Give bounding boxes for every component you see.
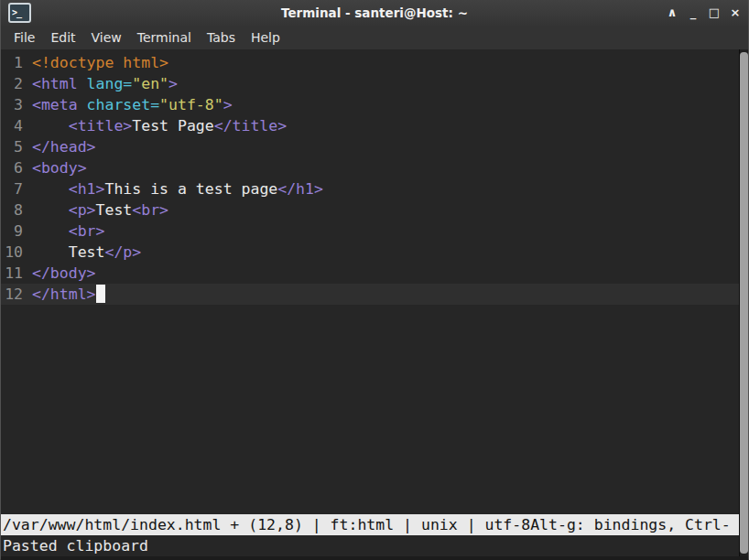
titlebar[interactable]: >_ Terminal - santeri@Host: ~ ∧_□× — [1, 0, 748, 26]
token-tag: <meta — [32, 96, 78, 113]
code-text: <html lang="en"> — [32, 73, 178, 94]
editor-statusbar: /var/www/html/index.html + (12,8) | ft:h… — [1, 514, 739, 535]
line-number: 11 — [1, 263, 23, 284]
code-line[interactable]: 11</body> — [1, 263, 739, 284]
code-text: <p>Test<br> — [32, 199, 168, 221]
code-line[interactable]: 10 Test</p> — [1, 242, 739, 263]
code-line[interactable]: 6<body> — [1, 157, 739, 178]
line-number: 1 — [1, 52, 23, 73]
token-str: "utf-8" — [159, 96, 223, 113]
menu-tabs[interactable]: Tabs — [205, 26, 237, 49]
line-number: 2 — [1, 73, 23, 94]
minimize-button[interactable]: _ — [686, 0, 700, 26]
close-button[interactable]: × — [728, 0, 743, 26]
code-text: <body> — [32, 157, 87, 178]
gutter-spacer — [23, 242, 32, 263]
token-tag: <br> — [132, 201, 168, 219]
code-line[interactable]: 1<!doctype html> — [1, 52, 739, 73]
gutter-spacer — [23, 263, 32, 284]
line-number: 8 — [1, 199, 23, 221]
code-line[interactable]: 8 <p>Test<br> — [1, 199, 739, 221]
gutter-spacer — [23, 94, 32, 115]
gutter-spacer — [23, 284, 32, 305]
code-text: </body> — [32, 263, 96, 284]
token-tag: > — [168, 75, 178, 92]
code-text: Test</p> — [32, 242, 141, 263]
menu-terminal[interactable]: Terminal — [136, 26, 193, 49]
gutter-spacer — [23, 199, 32, 221]
menu-edit[interactable]: Edit — [49, 26, 77, 49]
token-tag: <p> — [69, 201, 96, 219]
token-txt: Test — [32, 243, 104, 261]
token-tag: </html> — [32, 285, 96, 303]
code-line[interactable]: 4 <title>Test Page</title> — [1, 115, 739, 136]
window-bottom-border — [1, 556, 748, 560]
token-txt — [32, 180, 69, 198]
menu-file[interactable]: File — [12, 26, 37, 49]
gutter-spacer — [23, 221, 32, 242]
token-tag: <br> — [69, 222, 105, 240]
text-cursor — [96, 285, 105, 303]
token-txt — [32, 201, 69, 219]
code-line[interactable]: 5</head> — [1, 136, 739, 157]
terminal-window: >_ Terminal - santeri@Host: ~ ∧_□× FileE… — [0, 0, 749, 560]
menu-view[interactable]: View — [90, 26, 124, 49]
line-number: 4 — [1, 115, 23, 136]
code-text: <h1>This is a test page</h1> — [32, 178, 323, 199]
code-text: <!doctype html> — [32, 52, 168, 73]
code-text: <br> — [32, 221, 105, 242]
code-lines: 1<!doctype html>2<html lang="en">3<meta … — [1, 52, 739, 305]
code-line[interactable]: 9 <br> — [1, 221, 739, 242]
code-line[interactable]: 7 <h1>This is a test page</h1> — [1, 178, 739, 199]
token-txt — [32, 117, 69, 135]
menu-help[interactable]: Help — [249, 26, 282, 49]
gutter-spacer — [23, 115, 32, 136]
token-tag: <h1> — [69, 180, 105, 198]
token-str: "en" — [132, 75, 168, 92]
gutter-spacer — [23, 136, 32, 157]
code-line[interactable]: 2<html lang="en"> — [1, 73, 739, 94]
line-number: 9 — [1, 221, 23, 242]
code-line[interactable]: 3<meta charset="utf-8"> — [1, 94, 739, 115]
token-tag: </title> — [214, 117, 287, 135]
token-txt — [32, 222, 69, 240]
code-text: </html> — [32, 284, 105, 305]
gutter-spacer — [23, 178, 32, 199]
code-line[interactable]: 12</html> — [1, 284, 739, 305]
window-controls: ∧_□× — [665, 0, 743, 26]
token-tag: </body> — [32, 264, 96, 282]
code-text: </head> — [32, 136, 96, 157]
token-tag: <body> — [32, 159, 87, 177]
window-title: Terminal - santeri@Host: ~ — [1, 0, 748, 26]
code-text: <title>Test Page</title> — [32, 115, 287, 136]
token-attr: lang= — [78, 75, 133, 92]
line-number: 5 — [1, 136, 23, 157]
editor-message-line: Pasted clipboard — [1, 535, 739, 556]
gutter-spacer — [23, 157, 32, 178]
code-text: <meta charset="utf-8"> — [32, 94, 233, 115]
token-dt: <!doctype html> — [32, 54, 168, 71]
gutter-spacer — [23, 52, 32, 73]
token-tag: <html — [32, 75, 78, 92]
token-tag: </p> — [104, 243, 141, 261]
gutter-spacer — [23, 73, 32, 94]
token-txt: Test — [96, 201, 133, 219]
menubar: FileEditViewTerminalTabsHelp — [1, 26, 748, 49]
token-tag: </h1> — [277, 180, 323, 198]
line-number: 6 — [1, 157, 23, 178]
shade-button[interactable]: ∧ — [665, 0, 679, 26]
token-tag: </head> — [32, 138, 96, 156]
line-number: 7 — [1, 178, 23, 199]
token-txt: Test Page — [132, 117, 213, 135]
token-tag: <title> — [69, 117, 133, 135]
token-txt: This is a test page — [105, 180, 278, 198]
scrollbar-thumb[interactable] — [740, 52, 748, 554]
line-number: 12 — [1, 284, 23, 305]
terminal-editor-area[interactable]: 1<!doctype html>2<html lang="en">3<meta … — [1, 49, 748, 560]
token-attr: charset= — [78, 96, 159, 113]
token-tag: > — [223, 96, 233, 113]
line-number: 10 — [1, 242, 23, 263]
statusbar-help-hint: Alt-g: bindings, Ctrl- — [530, 514, 731, 535]
statusbar-file-info: /var/www/html/index.html + (12,8) | ft:h… — [3, 514, 530, 535]
maximize-button[interactable]: □ — [707, 0, 722, 26]
